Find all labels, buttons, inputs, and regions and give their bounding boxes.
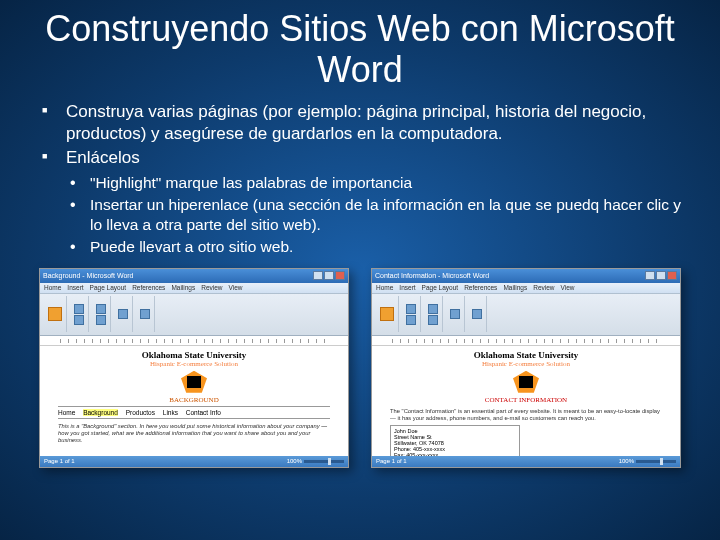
contact-box: John Doe Street Name St Stillwater, OK 7… xyxy=(390,425,520,456)
paste-icon[interactable] xyxy=(48,307,62,321)
window-title: Contact Information - Microsoft Word xyxy=(375,272,489,279)
ruler xyxy=(40,336,348,346)
nav-background: Background xyxy=(83,409,118,416)
find-icon[interactable] xyxy=(140,309,150,319)
close-icon[interactable] xyxy=(667,271,677,280)
doc-subtitle: Hispanic E-commerce Solution xyxy=(58,360,330,368)
sub-bullet-3: Puede llevart a otro sitio web. xyxy=(70,237,690,257)
doc-heading: Oklahoma State University xyxy=(58,350,330,360)
nav-contact: Contact Info xyxy=(186,409,221,416)
bold-icon[interactable] xyxy=(74,315,84,325)
status-bar: Page 1 of 1 100% xyxy=(372,456,680,467)
window-controls xyxy=(313,271,345,280)
sub-bullets: "Highlight" marque las palabras de impor… xyxy=(40,173,690,258)
doc-heading: Oklahoma State University xyxy=(390,350,662,360)
font-icon[interactable] xyxy=(74,304,84,314)
tab-references[interactable]: References xyxy=(464,284,497,291)
tab-review[interactable]: Review xyxy=(533,284,554,291)
sub-bullet-2: Insertar un hiperenlace (una sección de … xyxy=(70,195,690,235)
ribbon xyxy=(40,294,348,336)
styles-icon[interactable] xyxy=(118,309,128,319)
nav-links: Links xyxy=(163,409,178,416)
titlebar: Background - Microsoft Word xyxy=(40,269,348,283)
tab-pagelayout[interactable]: Page Layout xyxy=(422,284,459,291)
bullet-1: Construya varias páginas (por ejemplo: p… xyxy=(40,101,690,145)
doc-section: BACKGROUND xyxy=(58,396,330,404)
slide-body: Construya varias páginas (por ejemplo: p… xyxy=(0,101,720,258)
screenshot-row: Background - Microsoft Word Home Insert … xyxy=(0,268,720,468)
find-icon[interactable] xyxy=(472,309,482,319)
titlebar: Contact Information - Microsoft Word xyxy=(372,269,680,283)
bullet-2: Enlácelos xyxy=(40,147,690,169)
maximize-icon[interactable] xyxy=(656,271,666,280)
osu-logo-icon xyxy=(181,371,207,393)
font-icon[interactable] xyxy=(406,304,416,314)
list-icon[interactable] xyxy=(96,315,106,325)
align-icon[interactable] xyxy=(428,304,438,314)
nav-productos: Productos xyxy=(126,409,155,416)
doc-subtitle: Hispanic E-commerce Solution xyxy=(390,360,662,368)
tab-references[interactable]: References xyxy=(132,284,165,291)
tab-insert[interactable]: Insert xyxy=(67,284,83,291)
sub-bullet-1: "Highlight" marque las palabras de impor… xyxy=(70,173,690,193)
nav-home: Home xyxy=(58,409,75,416)
tab-home[interactable]: Home xyxy=(376,284,393,291)
list-icon[interactable] xyxy=(428,315,438,325)
document-area: Oklahoma State University Hispanic E-com… xyxy=(40,346,348,456)
document-area: Oklahoma State University Hispanic E-com… xyxy=(372,346,680,456)
ribbon-tabs: Home Insert Page Layout References Maili… xyxy=(40,283,348,294)
window-controls xyxy=(645,271,677,280)
tab-mailings[interactable]: Mailings xyxy=(503,284,527,291)
window-title: Background - Microsoft Word xyxy=(43,272,134,279)
ribbon-tabs: Home Insert Page Layout References Maili… xyxy=(372,283,680,294)
tab-view[interactable]: View xyxy=(229,284,243,291)
zoom-control[interactable]: 100% xyxy=(619,458,676,464)
paste-icon[interactable] xyxy=(380,307,394,321)
main-bullets: Construya varias páginas (por ejemplo: p… xyxy=(40,101,690,169)
tab-home[interactable]: Home xyxy=(44,284,61,291)
status-bar: Page 1 of 1 100% xyxy=(40,456,348,467)
slide-title: Construyendo Sitios Web con Microsoft Wo… xyxy=(0,0,720,101)
tab-mailings[interactable]: Mailings xyxy=(171,284,195,291)
osu-logo-icon xyxy=(513,371,539,393)
zoom-control[interactable]: 100% xyxy=(287,458,344,464)
doc-body-text: The "Contact Information" is an essentia… xyxy=(390,408,662,422)
tab-insert[interactable]: Insert xyxy=(399,284,415,291)
bold-icon[interactable] xyxy=(406,315,416,325)
word-window-right: Contact Information - Microsoft Word Hom… xyxy=(371,268,681,468)
ruler xyxy=(372,336,680,346)
status-page: Page 1 of 1 xyxy=(44,458,75,464)
tab-view[interactable]: View xyxy=(561,284,575,291)
minimize-icon[interactable] xyxy=(313,271,323,280)
doc-section: CONTACT INFORMATION xyxy=(390,396,662,404)
styles-icon[interactable] xyxy=(450,309,460,319)
doc-nav: Home Background Productos Links Contact … xyxy=(58,406,330,419)
tab-pagelayout[interactable]: Page Layout xyxy=(90,284,127,291)
maximize-icon[interactable] xyxy=(324,271,334,280)
status-page: Page 1 of 1 xyxy=(376,458,407,464)
doc-body-text: This is a "Background" section. In here … xyxy=(58,423,330,444)
close-icon[interactable] xyxy=(335,271,345,280)
align-icon[interactable] xyxy=(96,304,106,314)
minimize-icon[interactable] xyxy=(645,271,655,280)
tab-review[interactable]: Review xyxy=(201,284,222,291)
word-window-left: Background - Microsoft Word Home Insert … xyxy=(39,268,349,468)
ribbon xyxy=(372,294,680,336)
